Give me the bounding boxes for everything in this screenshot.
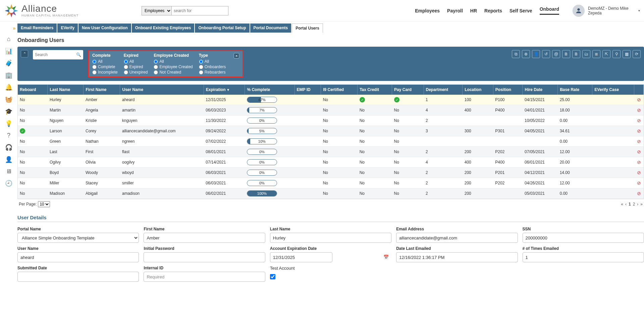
toolbar-button-8[interactable]: ≣ [592, 50, 600, 58]
filter-option[interactable]: All [199, 59, 226, 64]
table-row[interactable]: NoMartinAngelaamartin06/03/20237%NoNoNo4… [18, 105, 644, 116]
nav-hr[interactable]: HR [470, 8, 477, 13]
col-position[interactable]: Position [493, 85, 523, 95]
table-row[interactable]: NoBoydWoodywboyd06/03/20210%NoNoNo2200P2… [18, 168, 644, 178]
nav-payroll[interactable]: Payroll [447, 8, 463, 13]
search-scope-select[interactable]: Employees [142, 6, 171, 15]
toolbar-button-6[interactable]: 🗎 [572, 50, 580, 58]
portal-name-select[interactable]: Alliance Simple Onboarding Template [17, 233, 139, 243]
idea-icon[interactable]: 💡 [5, 120, 12, 127]
filter-radio[interactable] [92, 65, 97, 69]
clock-icon[interactable]: 🕘 [5, 180, 12, 187]
delete-row-icon[interactable]: ⊘ [636, 118, 642, 123]
table-row[interactable]: NoGreenNathanngreen07/02/202210%NoNoNo0.… [18, 136, 644, 147]
per-page-select[interactable]: 10 [38, 201, 50, 207]
delete-row-icon[interactable]: ⊘ [636, 149, 642, 154]
filter-option[interactable]: Employee Created [154, 64, 193, 69]
times-emailed-input[interactable] [523, 252, 644, 262]
sidebar-expand-icon[interactable]: » [13, 26, 15, 31]
ssn-input[interactable] [523, 233, 644, 243]
filter-option[interactable]: All [124, 59, 148, 64]
toolbar-button-4[interactable]: @ [552, 50, 560, 58]
basket-icon[interactable]: 🧺 [5, 96, 12, 103]
subtab-everify[interactable]: EVerify [57, 24, 78, 33]
pager-page-2[interactable]: 2 [633, 202, 635, 207]
pager-prev[interactable]: ‹ [625, 202, 627, 207]
global-search-input[interactable] [171, 6, 228, 15]
submitted-date-input[interactable] [17, 272, 139, 282]
date-last-emailed-input[interactable] [396, 252, 518, 262]
nav-reports[interactable]: Reports [484, 8, 502, 13]
nav-employees[interactable]: Employees [415, 8, 440, 13]
first-name-input[interactable] [144, 233, 265, 243]
delete-row-icon[interactable]: ⊘ [636, 139, 642, 144]
nav-self-serve[interactable]: Self Serve [509, 8, 532, 13]
toolbar-button-3[interactable]: ↺ [542, 50, 550, 58]
education-icon[interactable]: 🎓 [5, 108, 12, 115]
initial-password-input[interactable] [144, 252, 265, 262]
filter-radio[interactable] [124, 65, 128, 69]
account-exp-input[interactable] [270, 252, 332, 262]
filter-radio[interactable] [154, 65, 158, 69]
filter-option[interactable]: Incomplete [92, 70, 118, 75]
toolbar-button-5[interactable]: 🗎 [562, 50, 570, 58]
subtab-email-reminders[interactable]: Email Reminders [17, 24, 57, 33]
filter-option[interactable]: Onboarders [199, 64, 226, 69]
col-pay-card[interactable]: Pay Card [392, 85, 424, 95]
toolbar-button-9[interactable]: ⇱ [602, 50, 610, 58]
filter-radio[interactable] [199, 59, 203, 64]
col-tax-credit[interactable]: Tax Credit [358, 85, 392, 95]
home-icon[interactable]: ⌂ [7, 36, 11, 43]
internal-id-input[interactable] [144, 272, 265, 282]
col-location[interactable]: Location [463, 85, 493, 95]
delete-row-icon[interactable]: ⊘ [636, 97, 642, 102]
col-last-name[interactable]: Last Name [48, 85, 84, 95]
delete-row-icon[interactable]: ⊘ [636, 160, 642, 165]
building-icon[interactable]: 🏢 [5, 72, 12, 79]
table-row[interactable]: NoNguyenKristieknguyen11/30/20220%NoNoNo… [18, 116, 644, 126]
last-name-input[interactable] [270, 233, 391, 243]
col--complete[interactable]: % Complete [245, 85, 294, 95]
table-row[interactable]: ✓LarsonCoreyalliancecandidate@gmail.com0… [18, 126, 644, 136]
filter-radio[interactable] [92, 70, 97, 75]
monitor-icon[interactable]: 🖥 [6, 168, 12, 175]
filter-radio[interactable] [154, 59, 158, 64]
toolbar-button-11[interactable]: ▦ [623, 50, 631, 58]
filter-close-button[interactable]: ✕ [234, 53, 239, 58]
bell-icon[interactable]: 🔔 [5, 84, 12, 91]
toolbar-button-0[interactable]: ⧉ [512, 50, 520, 58]
filter-radio[interactable] [199, 70, 203, 75]
user-menu[interactable]: DemoMZ - Demo Mike Zepeda ▾ [573, 5, 640, 17]
toolbar-button-1[interactable]: ⊕ [522, 50, 530, 58]
filter-option[interactable]: All [154, 59, 193, 64]
col-department[interactable]: Department [424, 85, 463, 95]
filter-option[interactable]: Not Created [154, 70, 193, 75]
filter-radio[interactable] [92, 59, 97, 64]
help-icon[interactable]: ? [7, 132, 10, 139]
email-input[interactable] [396, 233, 518, 243]
col-base-rate[interactable]: Base Rate [558, 85, 592, 95]
col-actions[interactable] [634, 85, 644, 95]
delete-row-icon[interactable]: ⊘ [636, 180, 642, 186]
pager-page-1[interactable]: 1 [629, 202, 631, 207]
person-icon[interactable]: 👤 [5, 156, 12, 163]
toolbar-button-12[interactable]: ⟳ [633, 50, 641, 58]
toolbar-button-2[interactable]: 👤 [532, 50, 540, 58]
filter-option[interactable]: Expired [124, 64, 148, 69]
table-row[interactable]: NoHurleyAmberaheard12/31/202547%No✓✓1100… [18, 95, 644, 105]
delete-row-icon[interactable]: ⊘ [636, 128, 642, 134]
toolbar-button-10[interactable]: ⚲ [612, 50, 621, 58]
col-emp-id[interactable]: EMP ID [294, 85, 321, 95]
filter-collapse-button[interactable]: ⌃ [21, 50, 28, 57]
table-row[interactable]: NoMadisonAbigailamadison06/02/2021100%No… [18, 188, 644, 199]
col-reboard[interactable]: Reboard [18, 85, 48, 95]
table-row[interactable]: NoOgilvyOliviaoogilvy07/14/20210%NoNoNo4… [18, 157, 644, 168]
stats-icon[interactable]: 📊 [5, 47, 12, 55]
col-expiration[interactable]: Expiration [204, 85, 245, 95]
table-row[interactable]: NoMillerStaceysmiller06/03/20210%NoNoNo2… [18, 178, 644, 188]
nav-onboard[interactable]: Onboard [540, 6, 559, 15]
filter-radio[interactable] [199, 65, 203, 69]
col-hire-date[interactable]: Hire Date [523, 85, 558, 95]
filter-option[interactable]: Complete [92, 64, 118, 69]
briefcase-icon[interactable]: 🧳 [5, 59, 12, 67]
